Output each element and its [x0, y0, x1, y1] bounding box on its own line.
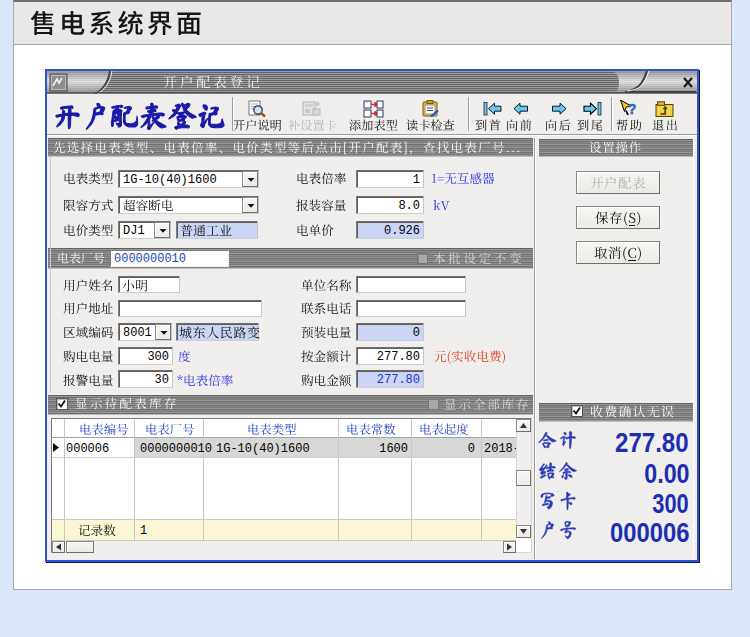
svg-text:?: ?: [628, 101, 637, 117]
